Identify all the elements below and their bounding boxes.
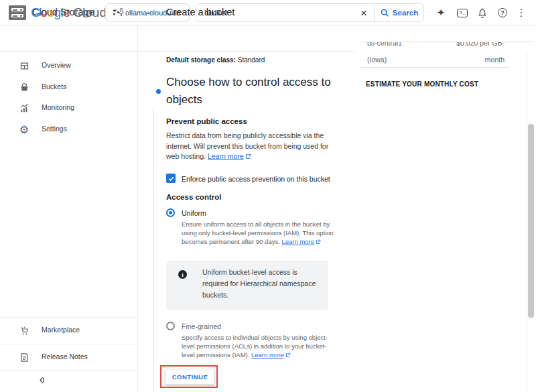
info-note-text: Uniform bucket-level access is required … [202, 267, 318, 301]
external-link-icon [285, 351, 291, 360]
learn-more-link[interactable]: Learn more [251, 351, 284, 358]
gemini-icon[interactable]: ✦ [433, 0, 449, 25]
product-bar [0, 25, 355, 52]
pin-icon[interactable] [117, 7, 126, 19]
back-arrow-icon[interactable]: ← [145, 5, 155, 17]
sidebar-item-marketplace[interactable]: Marketplace [0, 320, 137, 341]
prevent-public-access-description: Restrict data from being publicly access… [166, 131, 331, 163]
prevent-public-access-heading: Prevent public access [166, 117, 247, 125]
sidebar-item-label: Settings [42, 125, 67, 133]
notifications-bell-icon[interactable] [474, 0, 490, 25]
pricing-price-clipped: $0.020 per GB- [438, 42, 505, 50]
bucket-icon [19, 82, 29, 92]
uniform-description: Ensure uniform access to all objects in … [182, 220, 334, 247]
enforce-prevention-label: Enforce public access prevention on this… [182, 175, 330, 183]
step-heading: Choose how to control access to objects [166, 74, 342, 109]
marketplace-cart-icon [19, 325, 29, 336]
enforce-prevention-checkbox[interactable] [166, 174, 176, 183]
fine-grained-description: Specify access to individual objects by … [182, 333, 334, 360]
sidebar-item-label: Release Notes [42, 352, 88, 361]
pricing-region-clipped: us-central1 [367, 42, 427, 50]
divider [0, 344, 137, 344]
uniform-radio-label: Uniform [182, 209, 206, 217]
scrollbar-track [527, 52, 527, 392]
pricing-price-sub: month [438, 56, 505, 64]
collapse-sidebar-icon[interactable] [38, 375, 46, 387]
default-storage-class: Default storage class: Standard [166, 56, 265, 64]
pricing-row-border [360, 67, 509, 68]
sidebar-item-label: Buckets [42, 82, 66, 90]
stepper-connector-line [153, 109, 154, 392]
cloud-storage-logo-icon [9, 5, 26, 20]
divider [0, 317, 137, 318]
info-icon: i [178, 270, 187, 279]
sidebar-item-settings[interactable]: ⚙ Settings [0, 119, 137, 140]
uniform-radio[interactable] [166, 208, 175, 217]
sidebar-item-label: Monitoring [42, 103, 74, 111]
external-link-icon [316, 238, 321, 247]
monitoring-chart-icon [19, 103, 29, 113]
search-button[interactable]: Search [374, 3, 424, 22]
page-title: Create a bucket [166, 7, 234, 17]
sidebar-item-label: Marketplace [42, 326, 80, 334]
cloud-shell-icon[interactable]: >_ [454, 0, 470, 25]
access-control-heading: Access control [166, 193, 221, 201]
pricing-region-sub: (Iowa) [367, 56, 387, 64]
help-icon[interactable]: ? [494, 0, 511, 25]
sidebar-item-monitoring[interactable]: Monitoring [0, 97, 137, 119]
sidebar-item-release-notes[interactable]: Release Notes [0, 346, 137, 368]
sidebar-item-overview[interactable]: Overview [0, 55, 137, 76]
learn-more-link[interactable]: Learn more [281, 238, 314, 245]
release-notes-doc-icon [19, 352, 29, 363]
fine-grained-radio[interactable] [166, 322, 175, 330]
learn-more-link[interactable]: Learn more [208, 152, 244, 160]
sidebar-divider [137, 25, 138, 392]
step-indicator-dot [156, 89, 161, 94]
gcp-console-window: Google Cloud ollama-cloud-run bucket × S… [0, 0, 536, 392]
external-link-icon [245, 152, 251, 163]
more-options-icon[interactable]: ⋮ [513, 0, 529, 25]
divider [0, 371, 137, 371]
search-button-label: Search [393, 9, 418, 17]
sidebar-item-buckets[interactable]: Buckets [0, 76, 137, 98]
sidebar-item-label: Overview [42, 61, 71, 69]
scrollbar-thumb[interactable] [528, 124, 534, 318]
search-icon [380, 8, 389, 17]
fine-grained-radio-label: Fine-grained [182, 322, 221, 330]
continue-button[interactable]: CONTINUE [165, 369, 214, 385]
product-name: Cloud Storage [32, 7, 94, 17]
overview-grid-icon [19, 60, 29, 71]
clear-search-icon[interactable]: × [360, 7, 367, 19]
gear-icon: ⚙ [19, 124, 29, 135]
estimate-cost-heading: ESTIMATE YOUR MONTHLY COST [366, 80, 478, 88]
